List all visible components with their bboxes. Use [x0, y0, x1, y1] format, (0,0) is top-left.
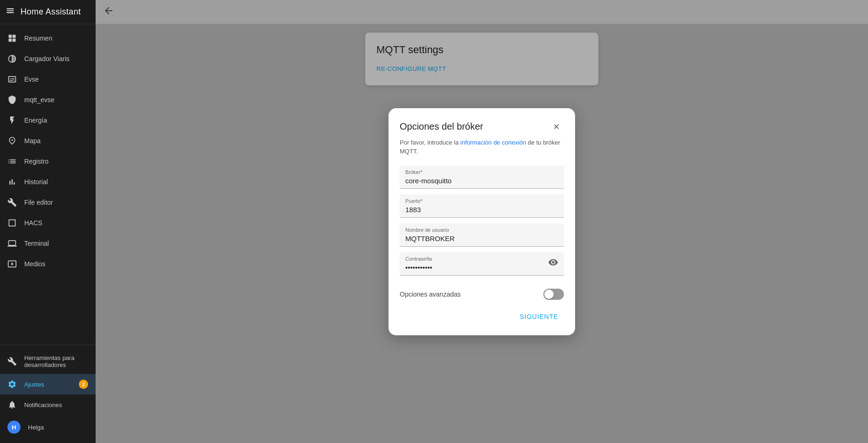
sidebar-label-medios: Medios — [24, 260, 88, 268]
sidebar-label-evse: Evse — [24, 76, 88, 83]
avatar: H — [7, 421, 21, 434]
globe-icon — [7, 54, 17, 63]
dialog-footer: SIGUIENTE — [400, 304, 564, 324]
opciones-avanzadas-row: Opciones avanzadas — [400, 281, 564, 304]
main-content: MQTT settings RE-CONFIGURE MQTT Opciones… — [96, 0, 868, 443]
sidebar-item-notificaciones[interactable]: Notificaciones — [0, 395, 96, 415]
contrasena-input[interactable] — [405, 263, 545, 272]
broker-dialog: Opciones del bróker × Por favor, introdu… — [389, 108, 575, 335]
sidebar-item-terminal[interactable]: Terminal — [0, 233, 96, 254]
sidebar-label-developer-tools: Herramientas para desarrolladores — [24, 354, 88, 368]
contrasena-field-group: Contraseña — [400, 252, 564, 276]
siguiente-button[interactable]: SIGUIENTE — [514, 309, 564, 324]
sidebar-item-energia[interactable]: Energía — [0, 110, 96, 131]
dialog-subtitle: Por favor, introduce la información de c… — [400, 138, 564, 156]
sidebar-item-file-editor[interactable]: File editor — [0, 192, 96, 213]
broker-input[interactable] — [405, 176, 558, 186]
broker-field: Bróker* — [400, 166, 564, 189]
map-icon — [7, 136, 17, 145]
sidebar-header: Home Assistant — [0, 0, 96, 24]
developer-icon — [7, 357, 17, 366]
sidebar-item-medios[interactable]: Medios — [0, 254, 96, 274]
sidebar-item-helga[interactable]: H Helga — [0, 415, 96, 439]
sidebar-item-hacs[interactable]: HACS — [0, 213, 96, 233]
grid-icon — [7, 34, 17, 43]
ajustes-badge: 2 — [79, 380, 88, 389]
contrasena-label: Contraseña — [405, 256, 545, 262]
usuario-label: Nombre de usuario — [405, 227, 558, 233]
broker-label: Bróker* — [405, 169, 558, 175]
dialog-title: Opciones del bróker — [400, 121, 483, 132]
sidebar-label-file-editor: File editor — [24, 199, 88, 206]
dialog-close-button[interactable]: × — [549, 119, 564, 134]
subtitle-start: Por favor, introduce la — [400, 139, 460, 146]
sidebar-item-resumen[interactable]: Resumen — [0, 28, 96, 48]
bolt-icon — [7, 116, 17, 125]
sidebar-label-hacs: HACS — [24, 219, 88, 227]
tool-icon — [7, 198, 17, 207]
puerto-input[interactable] — [405, 205, 558, 215]
toggle-label: Opciones avanzadas — [400, 291, 461, 298]
sidebar-nav: Resumen Cargador Viaris Evse mqtt_evse E — [0, 24, 96, 345]
sidebar-bottom: Herramientas para desarrolladores Ajuste… — [0, 345, 96, 443]
usuario-field-group: Nombre de usuario — [400, 223, 564, 247]
idcard-icon — [7, 75, 17, 84]
sidebar-label-historial: Historial — [24, 178, 88, 186]
sidebar-label-registro: Registro — [24, 158, 88, 165]
contrasena-field: Contraseña — [400, 252, 564, 276]
media-icon — [7, 259, 17, 269]
sidebar: Home Assistant Resumen Cargador Viaris E… — [0, 0, 96, 443]
sidebar-label-terminal: Terminal — [24, 240, 88, 247]
sidebar-item-historial[interactable]: Historial — [0, 172, 96, 192]
puerto-label: Puerto* — [405, 198, 558, 204]
sidebar-item-evse[interactable]: Evse — [0, 69, 96, 90]
sidebar-label-resumen: Resumen — [24, 35, 88, 42]
sidebar-item-cargador-viaris[interactable]: Cargador Viaris — [0, 48, 96, 69]
monitor-icon — [7, 239, 17, 248]
sidebar-label-notificaciones: Notificaciones — [24, 401, 88, 408]
modal-overlay: Opciones del bróker × Por favor, introdu… — [96, 0, 868, 443]
sidebar-label-mqtt-evse: mqtt_evse — [24, 96, 88, 104]
sidebar-item-mapa[interactable]: Mapa — [0, 131, 96, 151]
sidebar-label-mapa: Mapa — [24, 137, 88, 145]
sidebar-label-helga: Helga — [28, 424, 88, 431]
sidebar-item-developer-tools[interactable]: Herramientas para desarrolladores — [0, 349, 96, 374]
sidebar-title: Home Assistant — [21, 7, 81, 17]
puerto-field: Puerto* — [400, 194, 564, 218]
barchart-icon — [7, 177, 17, 187]
broker-field-group: Bróker* — [400, 166, 564, 189]
shield-icon — [7, 95, 17, 104]
dialog-header: Opciones del bróker × — [400, 119, 564, 134]
sidebar-item-registro[interactable]: Registro — [0, 151, 96, 172]
gear-icon — [7, 380, 17, 389]
sidebar-label-ajustes: Ajustes — [24, 381, 71, 388]
puerto-field-group: Puerto* — [400, 194, 564, 218]
sidebar-label-energia: Energía — [24, 117, 88, 124]
subtitle-link: información de conexión — [460, 139, 526, 146]
opciones-avanzadas-toggle[interactable] — [543, 289, 564, 300]
close-icon: × — [554, 121, 560, 133]
usuario-input[interactable] — [405, 234, 558, 243]
hamburger-icon[interactable] — [6, 6, 15, 18]
sidebar-label-cargador: Cargador Viaris — [24, 55, 88, 62]
sidebar-item-ajustes[interactable]: Ajustes 2 — [0, 374, 96, 395]
sidebar-item-mqtt-evse[interactable]: mqtt_evse — [0, 90, 96, 110]
toggle-thumb — [544, 290, 554, 299]
list-icon — [7, 157, 17, 166]
hacs-icon — [7, 218, 17, 228]
bell-icon — [7, 400, 17, 409]
eye-icon[interactable] — [548, 257, 558, 270]
usuario-field: Nombre de usuario — [400, 223, 564, 247]
